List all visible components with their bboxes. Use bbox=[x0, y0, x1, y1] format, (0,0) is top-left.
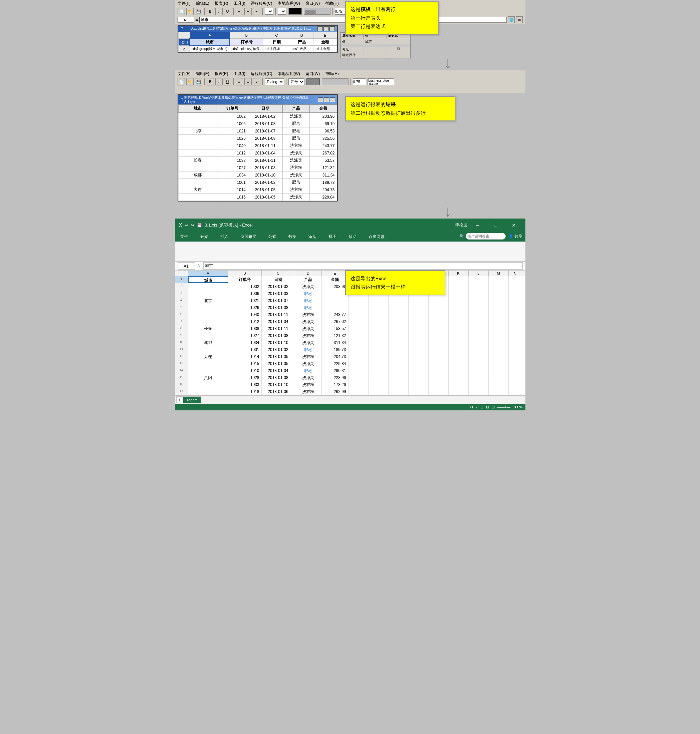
excel-cell-M3[interactable] bbox=[489, 290, 509, 297]
excel-cell-E10[interactable]: 311.34 bbox=[322, 339, 349, 346]
excel-cell-N12[interactable] bbox=[509, 353, 522, 360]
excel-cell-J9[interactable] bbox=[429, 332, 449, 339]
excel-cell-B3[interactable]: 1006 bbox=[228, 290, 262, 297]
excel-cell-J11[interactable] bbox=[429, 346, 449, 353]
menu-edit2[interactable]: 编辑(E) bbox=[196, 71, 209, 77]
excel-cell-H11[interactable] bbox=[388, 346, 409, 353]
excel-cell-D14[interactable]: 肥皂 bbox=[295, 367, 322, 374]
excel-cell-L9[interactable] bbox=[469, 332, 489, 339]
excel-cell-K2[interactable] bbox=[449, 283, 469, 290]
excel-cell-F7[interactable] bbox=[349, 318, 369, 325]
excel-cell-I5[interactable] bbox=[409, 304, 429, 311]
toolbar2-btn2[interactable]: 📂 bbox=[186, 78, 194, 85]
excel-cell-J5[interactable] bbox=[429, 304, 449, 311]
excel-cell-D16[interactable]: 洗衣粉 bbox=[295, 381, 322, 388]
excel-cell-M11[interactable] bbox=[489, 346, 509, 353]
excel-cell-C7[interactable]: 2018-01-04 bbox=[262, 318, 295, 325]
menu-tools2[interactable]: 工具(I) bbox=[234, 71, 246, 77]
excel-cell-C8[interactable]: 2018-01-11 bbox=[262, 325, 295, 332]
excel-col-A[interactable]: A bbox=[188, 270, 228, 276]
excel-cell-H10[interactable] bbox=[388, 339, 409, 346]
excel-cell-F10[interactable] bbox=[349, 339, 369, 346]
excel-cell-C14[interactable]: 2018-01-04 bbox=[262, 367, 295, 374]
excel-cell-K13[interactable] bbox=[449, 360, 469, 367]
excel-cell-H7[interactable] bbox=[388, 318, 409, 325]
excel-cell-G10[interactable] bbox=[369, 339, 388, 346]
col-header-C-t[interactable]: C bbox=[263, 32, 290, 39]
excel-cell-K5[interactable] bbox=[449, 304, 469, 311]
excel-cell-F13[interactable] bbox=[349, 360, 369, 367]
excel-cell-J13[interactable] bbox=[429, 360, 449, 367]
excel-cell-N3[interactable] bbox=[509, 290, 522, 297]
toolbar-align-center[interactable]: ≡ bbox=[244, 8, 252, 15]
excel-cell-D6[interactable]: 洗衣粉 bbox=[295, 311, 322, 318]
excel-cell-F8[interactable] bbox=[349, 325, 369, 332]
excel-cell-B15[interactable]: 1028 bbox=[228, 374, 262, 381]
excel-cell-D11[interactable]: 肥皂 bbox=[295, 346, 322, 353]
excel-cell-B8[interactable]: 1038 bbox=[228, 325, 262, 332]
excel-cell-A6[interactable] bbox=[188, 311, 228, 318]
toolbar-align-left[interactable]: ≡ bbox=[236, 8, 243, 15]
excel-cell-ref[interactable]: A1 bbox=[178, 262, 195, 270]
excel-cell-G7[interactable] bbox=[369, 318, 388, 325]
excel-cell-I15[interactable] bbox=[409, 374, 429, 381]
excel-cell-J15[interactable] bbox=[429, 374, 449, 381]
toolbar2-btn3[interactable]: 💾 bbox=[195, 78, 202, 85]
excel-cell-E6[interactable]: 243.77 bbox=[322, 311, 349, 318]
excel-cell-M2[interactable] bbox=[489, 283, 509, 290]
excel-cell-B2[interactable]: 1002 bbox=[228, 283, 262, 290]
excel-col-B[interactable]: B bbox=[228, 270, 262, 276]
excel-cell-E17[interactable]: 262.99 bbox=[322, 388, 349, 395]
excel-cell-A4[interactable]: 北京 bbox=[188, 297, 228, 304]
excel-cell-M15[interactable] bbox=[489, 374, 509, 381]
excel-cell-D15[interactable]: 洗涤灵 bbox=[295, 374, 322, 381]
excel-cell-B7[interactable]: 1012 bbox=[228, 318, 262, 325]
excel-cell-B4[interactable]: 1021 bbox=[228, 297, 262, 304]
ribbon-tab-view[interactable]: 视图 bbox=[326, 232, 339, 242]
excel-cell-K7[interactable] bbox=[449, 318, 469, 325]
minimize-btn-1[interactable]: _ bbox=[318, 26, 323, 31]
excel-cell-A1[interactable]: 城市 bbox=[188, 276, 228, 283]
excel-cell-L1[interactable] bbox=[469, 276, 489, 283]
col-header-B-t[interactable]: B bbox=[229, 32, 263, 39]
excel-cell-C12[interactable]: 2018-01-05 bbox=[262, 353, 295, 360]
close-btn-2[interactable]: × bbox=[330, 97, 335, 102]
excel-cell-N11[interactable] bbox=[509, 346, 522, 353]
excel-cell-K1[interactable] bbox=[449, 276, 469, 283]
excel-cell-M8[interactable] bbox=[489, 325, 509, 332]
excel-cell-B5[interactable]: 1026 bbox=[228, 304, 262, 311]
excel-cell-A5[interactable] bbox=[188, 304, 228, 311]
excel-cell-C15[interactable]: 2018-01-08 bbox=[262, 374, 295, 381]
excel-cell-C2[interactable]: 2018-01-02 bbox=[262, 283, 295, 290]
excel-cell-K15[interactable] bbox=[449, 374, 469, 381]
excel-maximize-btn[interactable]: □ bbox=[488, 220, 503, 230]
excel-cell-B12[interactable]: 1014 bbox=[228, 353, 262, 360]
excel-cell-K17[interactable] bbox=[449, 388, 469, 395]
toolbar2-ar[interactable]: ≡ bbox=[253, 78, 260, 85]
excel-col-D[interactable]: D bbox=[295, 270, 322, 276]
menu-remote1[interactable]: 远程服务(C) bbox=[251, 1, 272, 6]
excel-cell-H17[interactable] bbox=[388, 388, 409, 395]
excel-cell-J10[interactable] bbox=[429, 339, 449, 346]
excel-cell-A3[interactable] bbox=[188, 290, 228, 297]
excel-cell-K6[interactable] bbox=[449, 311, 469, 318]
excel-undo[interactable]: ↩ bbox=[185, 223, 188, 228]
excel-cell-H8[interactable] bbox=[388, 325, 409, 332]
excel-save-icon[interactable]: 💾 bbox=[197, 223, 202, 228]
excel-cell-B13[interactable]: 1015 bbox=[228, 360, 262, 367]
toolbar2-italic[interactable]: I bbox=[215, 78, 223, 85]
close-btn-1[interactable]: × bbox=[329, 26, 335, 31]
excel-cell-A8[interactable]: 长春 bbox=[188, 325, 228, 332]
toolbar-new[interactable]: 📄 bbox=[178, 8, 185, 15]
excel-redo[interactable]: ↪ bbox=[191, 223, 194, 228]
cell-B2-t[interactable]: =ds1.select(订单号 bbox=[229, 46, 263, 52]
excel-cell-D4[interactable]: 肥皂 bbox=[295, 297, 322, 304]
excel-cell-H16[interactable] bbox=[388, 381, 409, 388]
excel-cell-K14[interactable] bbox=[449, 367, 469, 374]
ribbon-tab-layout[interactable]: 页面布局 bbox=[238, 232, 259, 242]
excel-cell-I7[interactable] bbox=[409, 318, 429, 325]
cell-D2-t[interactable]: =ds1.产品 bbox=[290, 46, 313, 52]
excel-cell-J17[interactable] bbox=[429, 388, 449, 395]
col-header-D-t[interactable]: D bbox=[290, 32, 313, 39]
excel-cell-I17[interactable] bbox=[409, 388, 429, 395]
